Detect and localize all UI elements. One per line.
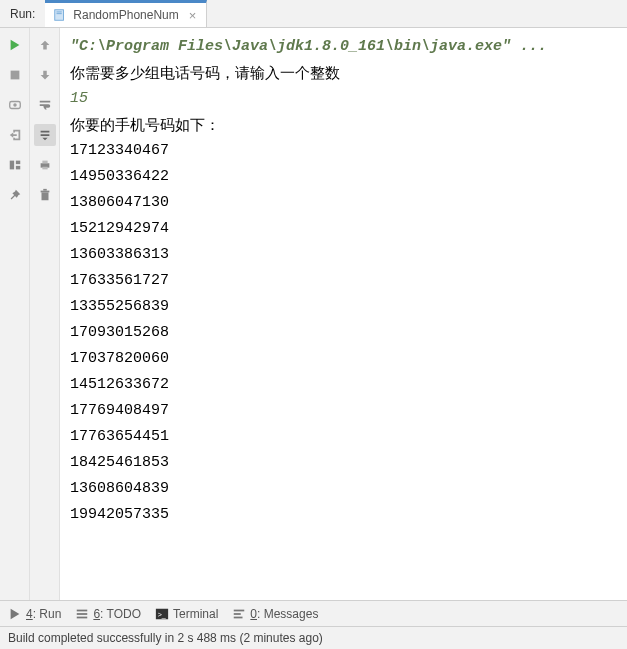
bottom-bar: 4: Run 6: TODO >_ Terminal 0: Messages bbox=[0, 601, 627, 627]
dump-threads-button[interactable] bbox=[4, 94, 26, 116]
svg-rect-15 bbox=[43, 189, 47, 191]
terminal-tool-window-button[interactable]: >_ Terminal bbox=[155, 607, 218, 621]
header-line: 你要的手机号码如下： bbox=[70, 112, 617, 138]
console-output[interactable]: "C:\Program Files\Java\jdk1.8.0_161\bin\… bbox=[60, 28, 627, 600]
phone-number-line: 17123340467 bbox=[70, 138, 617, 164]
svg-rect-9 bbox=[15, 166, 19, 170]
todo-tool-window-button[interactable]: 6: TODO bbox=[75, 607, 141, 621]
phone-number-line: 13608604839 bbox=[70, 476, 617, 502]
user-input-line: 15 bbox=[70, 86, 617, 112]
phone-number-line: 18425461853 bbox=[70, 450, 617, 476]
svg-rect-2 bbox=[57, 13, 62, 14]
svg-rect-12 bbox=[42, 167, 47, 170]
phone-number-line: 14950336422 bbox=[70, 164, 617, 190]
status-bar: Build completed successfully in 2 s 488 … bbox=[0, 627, 627, 649]
left-toolbar bbox=[0, 28, 30, 600]
run-tab[interactable]: RandomPhoneNum × bbox=[45, 0, 207, 27]
svg-rect-22 bbox=[234, 609, 245, 611]
svg-rect-17 bbox=[77, 609, 88, 611]
tab-label: RandomPhoneNum bbox=[73, 8, 178, 22]
phone-number-line: 15212942974 bbox=[70, 216, 617, 242]
svg-marker-3 bbox=[10, 40, 19, 51]
main-area: "C:\Program Files\Java\jdk1.8.0_161\bin\… bbox=[0, 28, 627, 601]
svg-rect-13 bbox=[41, 192, 48, 200]
exit-button[interactable] bbox=[4, 124, 26, 146]
pin-button[interactable] bbox=[4, 184, 26, 206]
mid-toolbar bbox=[30, 28, 60, 600]
svg-rect-11 bbox=[42, 161, 47, 164]
svg-rect-0 bbox=[55, 10, 64, 21]
svg-rect-8 bbox=[15, 161, 19, 165]
phone-number-line: 17037820060 bbox=[70, 346, 617, 372]
command-line: "C:\Program Files\Java\jdk1.8.0_161\bin\… bbox=[70, 34, 617, 60]
phone-number-line: 13603386313 bbox=[70, 242, 617, 268]
status-text: Build completed successfully in 2 s 488 … bbox=[8, 631, 323, 645]
prompt-line: 你需要多少组电话号码，请输入一个整数 bbox=[70, 60, 617, 86]
svg-rect-18 bbox=[77, 613, 88, 615]
print-button[interactable] bbox=[34, 154, 56, 176]
svg-rect-14 bbox=[40, 191, 49, 193]
svg-rect-19 bbox=[77, 616, 88, 618]
phone-number-line: 13355256839 bbox=[70, 294, 617, 320]
svg-rect-4 bbox=[10, 71, 19, 80]
scroll-to-end-button[interactable] bbox=[34, 124, 56, 146]
phone-number-line: 17633561727 bbox=[70, 268, 617, 294]
up-button[interactable] bbox=[34, 34, 56, 56]
svg-rect-23 bbox=[234, 613, 241, 615]
run-panel-label: Run: bbox=[0, 7, 45, 21]
svg-text:>_: >_ bbox=[158, 610, 166, 618]
svg-marker-16 bbox=[11, 608, 20, 619]
close-icon[interactable]: × bbox=[185, 8, 197, 23]
clear-button[interactable] bbox=[34, 184, 56, 206]
phone-number-line: 14512633672 bbox=[70, 372, 617, 398]
svg-rect-24 bbox=[234, 616, 243, 618]
phone-number-line: 19942057335 bbox=[70, 502, 617, 528]
numbers-list: 1712334046714950336422138060471301521294… bbox=[70, 138, 617, 528]
file-icon bbox=[53, 8, 67, 22]
phone-number-line: 17769408497 bbox=[70, 398, 617, 424]
phone-number-line: 13806047130 bbox=[70, 190, 617, 216]
svg-point-6 bbox=[13, 103, 17, 107]
svg-rect-7 bbox=[9, 161, 13, 170]
stop-button[interactable] bbox=[4, 64, 26, 86]
top-bar: Run: RandomPhoneNum × bbox=[0, 0, 627, 28]
layout-button[interactable] bbox=[4, 154, 26, 176]
phone-number-line: 17763654451 bbox=[70, 424, 617, 450]
svg-rect-1 bbox=[57, 12, 62, 13]
rerun-button[interactable] bbox=[4, 34, 26, 56]
run-tool-window-button[interactable]: 4: Run bbox=[8, 607, 61, 621]
down-button[interactable] bbox=[34, 64, 56, 86]
phone-number-line: 17093015268 bbox=[70, 320, 617, 346]
messages-tool-window-button[interactable]: 0: Messages bbox=[232, 607, 318, 621]
soft-wrap-button[interactable] bbox=[34, 94, 56, 116]
